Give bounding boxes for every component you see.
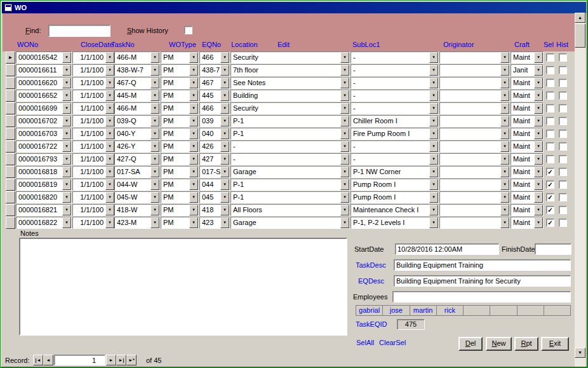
- scroll-down-button[interactable]: ▼: [575, 348, 585, 358]
- dropdown-icon[interactable]: ▼: [220, 192, 229, 203]
- new-record-button[interactable]: ►*: [126, 355, 137, 365]
- originator-combo[interactable]: ▼: [439, 115, 510, 127]
- taskno-combo[interactable]: 040-Y▼: [114, 128, 160, 140]
- eqno-combo[interactable]: 467▼: [199, 77, 230, 89]
- closedate-combo[interactable]: 1/1/100▼: [72, 115, 115, 127]
- dropdown-icon[interactable]: ▼: [429, 52, 438, 63]
- eqdesc-field[interactable]: Building Equipment Training for Security: [394, 275, 571, 287]
- employee-button-gabrial[interactable]: gabrial: [356, 306, 383, 315]
- originator-combo[interactable]: ▼: [439, 102, 510, 114]
- dropdown-icon[interactable]: ▼: [220, 179, 229, 190]
- wotype-combo[interactable]: PM▼: [161, 51, 199, 64]
- wotype-combo[interactable]: PM▼: [161, 128, 199, 140]
- sel-checkbox[interactable]: ✓: [546, 181, 554, 189]
- craft-combo[interactable]: Maint▼: [511, 51, 544, 64]
- taskno-combo[interactable]: 044-W▼: [114, 179, 160, 191]
- dropdown-icon[interactable]: ▼: [220, 205, 229, 215]
- originator-combo[interactable]: ▼: [439, 140, 510, 153]
- dropdown-icon[interactable]: ▼: [534, 167, 543, 177]
- closedate-combo[interactable]: 1/1/100▼: [72, 140, 115, 153]
- subloc1-combo[interactable]: -▼: [351, 153, 439, 165]
- hist-checkbox[interactable]: [559, 79, 567, 87]
- location-combo[interactable]: -▼: [231, 140, 350, 153]
- dropdown-icon[interactable]: ▼: [534, 192, 543, 203]
- dropdown-icon[interactable]: ▼: [429, 78, 438, 88]
- eqno-combo[interactable]: 423▼: [199, 217, 230, 229]
- dropdown-icon[interactable]: ▼: [500, 192, 509, 203]
- location-combo[interactable]: P-1▼: [231, 115, 350, 127]
- taskno-combo[interactable]: 418-W▼: [114, 204, 160, 216]
- craft-combo[interactable]: Maint▼: [511, 217, 544, 229]
- sel-checkbox[interactable]: [546, 66, 554, 74]
- dropdown-icon[interactable]: ▼: [189, 167, 198, 177]
- dropdown-icon[interactable]: ▼: [534, 179, 543, 190]
- eqno-combo[interactable]: 466▼: [199, 51, 230, 64]
- craft-combo[interactable]: Maint▼: [511, 179, 544, 191]
- craft-combo[interactable]: Janit▼: [511, 64, 544, 76]
- dropdown-icon[interactable]: ▼: [500, 128, 509, 139]
- location-combo[interactable]: P-1▼: [231, 191, 350, 203]
- dropdown-icon[interactable]: ▼: [500, 116, 509, 126]
- wotype-combo[interactable]: PM▼: [161, 191, 199, 203]
- sel-checkbox[interactable]: [546, 130, 554, 138]
- dropdown-icon[interactable]: ▼: [189, 65, 198, 76]
- dropdown-icon[interactable]: ▼: [534, 78, 543, 88]
- dropdown-icon[interactable]: ▼: [150, 179, 159, 190]
- taskno-combo[interactable]: 427-Q▼: [114, 153, 160, 165]
- subloc1-combo[interactable]: -▼: [351, 140, 439, 153]
- originator-combo[interactable]: ▼: [439, 166, 510, 178]
- wono-combo[interactable]: 0000016620▼: [16, 77, 72, 89]
- scrollbar-thumb[interactable]: [575, 24, 585, 48]
- dropdown-icon[interactable]: ▼: [340, 128, 349, 139]
- craft-combo[interactable]: Maint▼: [511, 166, 544, 178]
- dropdown-icon[interactable]: ▼: [105, 179, 114, 190]
- dropdown-icon[interactable]: ▼: [429, 179, 438, 190]
- wotype-combo[interactable]: PM▼: [161, 166, 199, 178]
- dropdown-icon[interactable]: ▼: [150, 90, 159, 101]
- closedate-combo[interactable]: 1/1/100▼: [72, 153, 115, 165]
- taskno-combo[interactable]: 445-M▼: [114, 90, 160, 102]
- dropdown-icon[interactable]: ▼: [500, 179, 509, 190]
- dropdown-icon[interactable]: ▼: [150, 205, 159, 215]
- wotype-combo[interactable]: PM▼: [161, 217, 199, 229]
- closedate-combo[interactable]: 1/1/100▼: [72, 51, 115, 64]
- dropdown-icon[interactable]: ▼: [105, 192, 114, 203]
- subloc1-combo[interactable]: Pump Room I▼: [351, 191, 439, 203]
- first-record-button[interactable]: |◄: [33, 355, 43, 365]
- eqno-combo[interactable]: 426▼: [199, 140, 230, 153]
- sel-checkbox[interactable]: ✓: [546, 206, 554, 214]
- wotype-combo[interactable]: PM▼: [161, 90, 199, 102]
- dropdown-icon[interactable]: ▼: [429, 154, 438, 165]
- originator-combo[interactable]: ▼: [439, 128, 510, 140]
- taskno-combo[interactable]: 438-W-7▼: [114, 64, 160, 76]
- row-selector[interactable]: [6, 166, 15, 178]
- row-selector[interactable]: [6, 140, 15, 153]
- wono-combo[interactable]: 0000016611▼: [16, 64, 72, 76]
- dropdown-icon[interactable]: ▼: [220, 52, 229, 63]
- sel-checkbox[interactable]: [546, 92, 554, 100]
- dropdown-icon[interactable]: ▼: [534, 128, 543, 139]
- hist-checkbox[interactable]: [559, 104, 567, 112]
- dropdown-icon[interactable]: ▼: [189, 78, 198, 88]
- wono-combo[interactable]: 0000016822▼: [16, 217, 72, 229]
- dropdown-icon[interactable]: ▼: [500, 65, 509, 76]
- eqno-combo[interactable]: 427▼: [199, 153, 230, 165]
- dropdown-icon[interactable]: ▼: [62, 116, 71, 126]
- dropdown-icon[interactable]: ▼: [189, 192, 198, 203]
- taskno-combo[interactable]: 423-M▼: [114, 217, 160, 229]
- craft-combo[interactable]: Maint▼: [511, 191, 544, 203]
- wono-combo[interactable]: 0000016702▼: [16, 115, 72, 127]
- dropdown-icon[interactable]: ▼: [105, 217, 114, 228]
- dropdown-icon[interactable]: ▼: [500, 167, 509, 177]
- eqno-combo[interactable]: 466▼: [199, 102, 230, 114]
- dropdown-icon[interactable]: ▼: [429, 205, 438, 215]
- dropdown-icon[interactable]: ▼: [500, 154, 509, 165]
- eqno-combo[interactable]: 445▼: [199, 90, 230, 102]
- employee-button-rick[interactable]: rick: [437, 306, 464, 315]
- dropdown-icon[interactable]: ▼: [150, 154, 159, 165]
- row-selector[interactable]: [6, 153, 15, 165]
- dropdown-icon[interactable]: ▼: [340, 90, 349, 101]
- rpt-button[interactable]: Rpt: [514, 337, 538, 351]
- dropdown-icon[interactable]: ▼: [189, 179, 198, 190]
- row-selector[interactable]: [6, 217, 15, 229]
